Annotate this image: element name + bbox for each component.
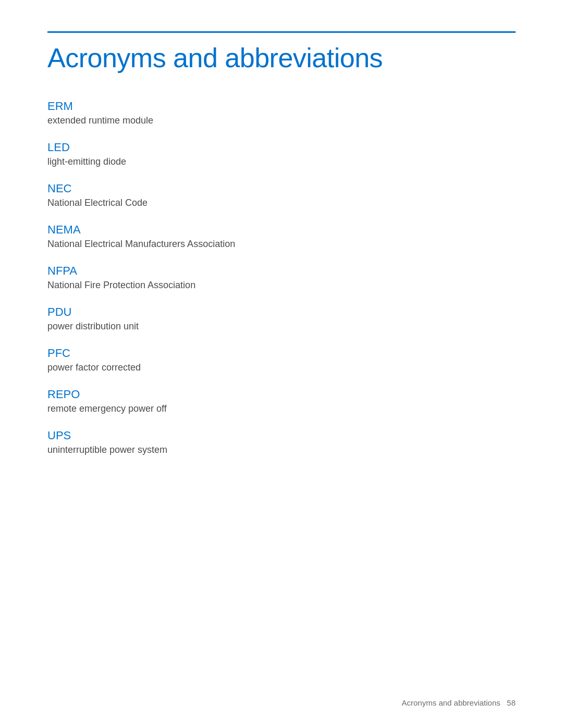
acronym-term: NEC xyxy=(47,182,516,195)
acronym-definition: light-emitting diode xyxy=(47,156,516,167)
acronym-entry: LEDlight-emitting diode xyxy=(47,141,516,167)
acronym-definition: uninterruptible power system xyxy=(47,445,516,455)
acronym-definition: National Electrical Manufacturers Associ… xyxy=(47,239,516,250)
acronym-term: PDU xyxy=(47,305,516,319)
acronym-definition: power factor corrected xyxy=(47,362,516,373)
acronym-term: REPO xyxy=(47,388,516,401)
acronym-term: LED xyxy=(47,141,516,154)
acronym-definition: National Electrical Code xyxy=(47,198,516,208)
acronym-entry: NECNational Electrical Code xyxy=(47,182,516,208)
page: Acronyms and abbreviations ERMextended r… xyxy=(0,0,563,728)
acronym-term: NEMA xyxy=(47,223,516,237)
acronym-entry: REPOremote emergency power off xyxy=(47,388,516,414)
acronym-entry: UPSuninterruptible power system xyxy=(47,429,516,455)
acronym-entry: NEMANational Electrical Manufacturers As… xyxy=(47,223,516,250)
acronym-list: ERMextended runtime moduleLEDlight-emitt… xyxy=(47,100,516,455)
acronym-definition: power distribution unit xyxy=(47,321,516,332)
acronym-term: UPS xyxy=(47,429,516,442)
acronym-entry: PDUpower distribution unit xyxy=(47,305,516,332)
acronym-entry: ERMextended runtime module xyxy=(47,100,516,126)
acronym-entry: NFPANational Fire Protection Association xyxy=(47,264,516,291)
acronym-term: PFC xyxy=(47,347,516,360)
top-rule xyxy=(47,31,516,33)
footer-page: 58 xyxy=(507,698,516,707)
page-title: Acronyms and abbreviations xyxy=(47,42,516,73)
acronym-term: NFPA xyxy=(47,264,516,278)
acronym-definition: extended runtime module xyxy=(47,115,516,126)
footer-label: Acronyms and abbreviations xyxy=(402,698,500,707)
footer: Acronyms and abbreviations 58 xyxy=(402,698,516,707)
acronym-definition: National Fire Protection Association xyxy=(47,280,516,291)
acronym-entry: PFCpower factor corrected xyxy=(47,347,516,373)
acronym-term: ERM xyxy=(47,100,516,113)
acronym-definition: remote emergency power off xyxy=(47,403,516,414)
